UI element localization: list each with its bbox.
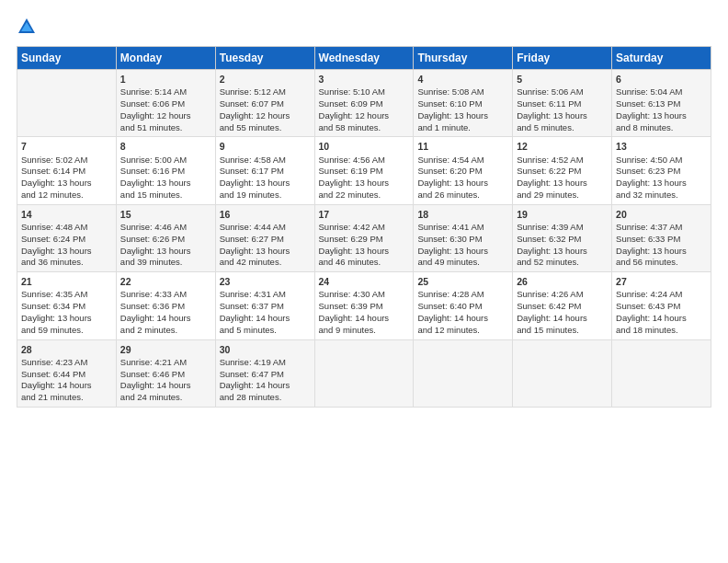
calendar-cell: 30Sunrise: 4:19 AMSunset: 6:47 PMDayligh… bbox=[215, 339, 314, 407]
cell-line: Daylight: 14 hours bbox=[517, 313, 608, 325]
cell-line: and 46 minutes. bbox=[319, 257, 410, 269]
calendar-cell: 16Sunrise: 4:44 AMSunset: 6:27 PMDayligh… bbox=[215, 204, 314, 271]
cell-line: Daylight: 14 hours bbox=[220, 313, 311, 325]
calendar-cell: 11Sunrise: 4:54 AMSunset: 6:20 PMDayligh… bbox=[414, 137, 513, 204]
cell-line: Sunset: 6:23 PM bbox=[616, 166, 707, 178]
cell-line: Daylight: 14 hours bbox=[21, 380, 112, 392]
calendar-cell: 21Sunrise: 4:35 AMSunset: 6:34 PMDayligh… bbox=[17, 272, 117, 339]
header-cell-tuesday: Tuesday bbox=[215, 47, 314, 70]
calendar-cell: 1Sunrise: 5:14 AMSunset: 6:06 PMDaylight… bbox=[116, 70, 215, 137]
cell-line: Sunset: 6:44 PM bbox=[21, 369, 112, 381]
cell-line: Daylight: 13 hours bbox=[21, 246, 112, 258]
cell-line: Sunrise: 4:46 AM bbox=[120, 222, 211, 234]
cell-line: Sunrise: 4:28 AM bbox=[417, 289, 508, 301]
calendar-cell: 5Sunrise: 5:06 AMSunset: 6:11 PMDaylight… bbox=[513, 70, 612, 137]
cell-line: and 22 minutes. bbox=[319, 190, 410, 201]
calendar-cell: 23Sunrise: 4:31 AMSunset: 6:37 PMDayligh… bbox=[215, 272, 314, 339]
day-number: 9 bbox=[220, 140, 311, 153]
cell-line: and 51 minutes. bbox=[120, 122, 211, 134]
calendar-cell: 29Sunrise: 4:21 AMSunset: 6:46 PMDayligh… bbox=[116, 339, 215, 407]
calendar-cell: 10Sunrise: 4:56 AMSunset: 6:19 PMDayligh… bbox=[314, 137, 414, 204]
cell-line: Daylight: 13 hours bbox=[220, 246, 311, 258]
calendar-cell: 19Sunrise: 4:39 AMSunset: 6:32 PMDayligh… bbox=[513, 204, 612, 271]
cell-line: Sunset: 6:24 PM bbox=[21, 234, 112, 246]
day-number: 19 bbox=[517, 208, 608, 221]
day-number: 17 bbox=[319, 208, 410, 221]
cell-line: and 15 minutes. bbox=[120, 190, 211, 201]
cell-line: and 32 minutes. bbox=[616, 190, 707, 201]
cell-line: Sunrise: 5:02 AM bbox=[21, 155, 112, 167]
header-cell-thursday: Thursday bbox=[414, 47, 513, 70]
cell-line: Sunset: 6:34 PM bbox=[21, 301, 112, 313]
cell-line: Daylight: 13 hours bbox=[517, 110, 608, 122]
cell-line: Sunrise: 4:24 AM bbox=[616, 289, 707, 301]
cell-line: and 12 minutes. bbox=[417, 325, 508, 337]
calendar-cell: 20Sunrise: 4:37 AMSunset: 6:33 PMDayligh… bbox=[612, 204, 711, 271]
header-cell-friday: Friday bbox=[513, 47, 612, 70]
cell-line: and 39 minutes. bbox=[120, 257, 211, 269]
day-number: 18 bbox=[417, 208, 508, 221]
logo-icon bbox=[17, 17, 37, 37]
day-number: 16 bbox=[220, 208, 311, 221]
day-number: 3 bbox=[319, 73, 410, 86]
calendar-week-row: 1Sunrise: 5:14 AMSunset: 6:06 PMDaylight… bbox=[17, 70, 711, 137]
cell-line: Sunset: 6:43 PM bbox=[616, 301, 707, 313]
calendar-cell: 9Sunrise: 4:58 AMSunset: 6:17 PMDaylight… bbox=[215, 137, 314, 204]
cell-line: Daylight: 13 hours bbox=[417, 110, 508, 122]
cell-line: Sunset: 6:11 PM bbox=[517, 98, 608, 110]
header-cell-saturday: Saturday bbox=[612, 47, 711, 70]
calendar-week-row: 28Sunrise: 4:23 AMSunset: 6:44 PMDayligh… bbox=[17, 339, 711, 407]
cell-line: and 36 minutes. bbox=[21, 257, 112, 269]
cell-line: Sunrise: 4:33 AM bbox=[120, 289, 211, 301]
calendar-cell: 8Sunrise: 5:00 AMSunset: 6:16 PMDaylight… bbox=[116, 137, 215, 204]
cell-line: Sunset: 6:17 PM bbox=[220, 166, 311, 178]
cell-line: Sunrise: 5:08 AM bbox=[417, 86, 508, 98]
header-cell-sunday: Sunday bbox=[17, 47, 117, 70]
cell-line: Daylight: 14 hours bbox=[120, 313, 211, 325]
cell-line: Sunrise: 4:35 AM bbox=[21, 289, 112, 301]
page: SundayMondayTuesdayWednesdayThursdayFrid… bbox=[0, 0, 728, 563]
day-number: 12 bbox=[517, 140, 608, 153]
cell-line: and 5 minutes. bbox=[517, 122, 608, 134]
cell-line: Sunset: 6:36 PM bbox=[120, 301, 211, 313]
calendar-cell: 12Sunrise: 4:52 AMSunset: 6:22 PMDayligh… bbox=[513, 137, 612, 204]
cell-line: Sunset: 6:47 PM bbox=[220, 369, 311, 381]
cell-line: Sunset: 6:27 PM bbox=[220, 234, 311, 246]
cell-line: Sunrise: 4:26 AM bbox=[517, 289, 608, 301]
cell-line: Sunrise: 4:41 AM bbox=[417, 222, 508, 234]
cell-line: Sunrise: 5:06 AM bbox=[517, 86, 608, 98]
day-number: 20 bbox=[616, 208, 707, 221]
day-number: 24 bbox=[319, 275, 410, 288]
calendar-cell: 2Sunrise: 5:12 AMSunset: 6:07 PMDaylight… bbox=[215, 70, 314, 137]
day-number: 30 bbox=[220, 343, 311, 356]
cell-line: Daylight: 13 hours bbox=[120, 178, 211, 190]
calendar-cell: 18Sunrise: 4:41 AMSunset: 6:30 PMDayligh… bbox=[414, 204, 513, 271]
calendar-cell: 24Sunrise: 4:30 AMSunset: 6:39 PMDayligh… bbox=[314, 272, 414, 339]
day-number: 5 bbox=[517, 73, 608, 86]
cell-line: Sunset: 6:22 PM bbox=[517, 166, 608, 178]
day-number: 7 bbox=[21, 140, 112, 153]
cell-line: Daylight: 13 hours bbox=[120, 246, 211, 258]
cell-line: Sunset: 6:14 PM bbox=[21, 166, 112, 178]
cell-line: Sunset: 6:46 PM bbox=[120, 369, 211, 381]
calendar-cell bbox=[612, 339, 711, 407]
cell-line: Sunset: 6:16 PM bbox=[120, 166, 211, 178]
cell-line: and 18 minutes. bbox=[616, 325, 707, 337]
cell-line: Daylight: 14 hours bbox=[120, 380, 211, 392]
cell-line: and 55 minutes. bbox=[220, 122, 311, 134]
calendar-cell: 25Sunrise: 4:28 AMSunset: 6:40 PMDayligh… bbox=[414, 272, 513, 339]
cell-line: Daylight: 13 hours bbox=[319, 178, 410, 190]
cell-line: Daylight: 13 hours bbox=[417, 246, 508, 258]
day-number: 28 bbox=[21, 343, 112, 356]
calendar-cell bbox=[314, 339, 414, 407]
cell-line: Daylight: 14 hours bbox=[319, 313, 410, 325]
day-number: 23 bbox=[220, 275, 311, 288]
cell-line: and 28 minutes. bbox=[220, 392, 311, 404]
day-number: 15 bbox=[120, 208, 211, 221]
header-row: SundayMondayTuesdayWednesdayThursdayFrid… bbox=[17, 47, 711, 70]
calendar-cell: 28Sunrise: 4:23 AMSunset: 6:44 PMDayligh… bbox=[17, 339, 117, 407]
cell-line: Daylight: 13 hours bbox=[21, 178, 112, 190]
calendar-cell: 6Sunrise: 5:04 AMSunset: 6:13 PMDaylight… bbox=[612, 70, 711, 137]
cell-line: and 19 minutes. bbox=[220, 190, 311, 201]
calendar-cell: 15Sunrise: 4:46 AMSunset: 6:26 PMDayligh… bbox=[116, 204, 215, 271]
